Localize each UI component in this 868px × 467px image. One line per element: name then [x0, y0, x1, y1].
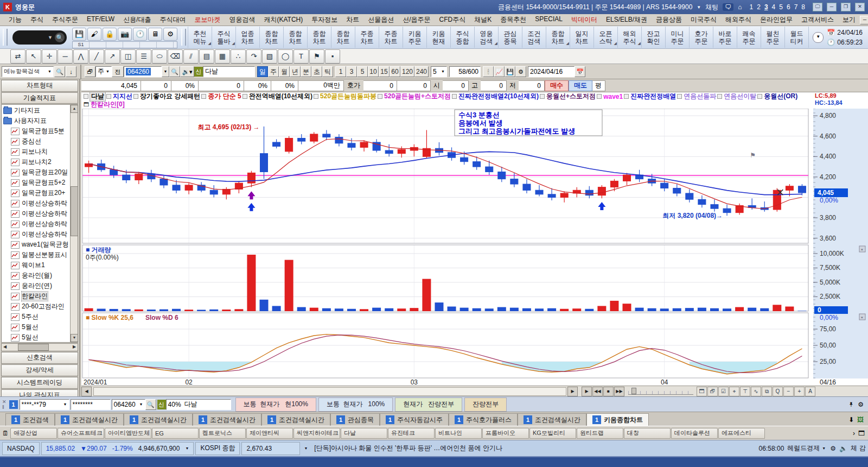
indicator-item-9[interactable]: 이평선상승하락 — [3, 219, 71, 229]
menu-item-ETF/ELW[interactable]: ETF/ELW — [82, 14, 119, 26]
toolbar-button-호가주문[interactable]: 호가주문 — [690, 27, 713, 48]
tree-scrollbar[interactable]: ▲ ▼ — [70, 105, 78, 342]
indicator-item-11[interactable]: wave1(일목균형 — [3, 239, 71, 250]
toolbar-grip[interactable] — [3, 29, 8, 46]
menu-item-주식대여[interactable]: 주식대여 — [155, 14, 190, 26]
toolbar-button-업종차트[interactable]: 업종차트 — [236, 27, 260, 48]
period-틱[interactable]: 틱 — [322, 66, 333, 77]
cond-tab-1[interactable]: 1조건검색실시간 — [55, 413, 124, 426]
indicator-item-5[interactable]: 일목균형표5+2 — [3, 178, 71, 188]
indicator-item-16[interactable]: 한칼라인 — [3, 291, 71, 301]
period-년[interactable]: 년 — [290, 66, 301, 77]
news-ticker[interactable]: [단독]아시아나 화물 인수전 '한투파 등판' …에어인천 품에 안기나 — [310, 444, 758, 453]
ellipse-tool[interactable]: ⬭ — [152, 49, 167, 64]
menu-item-투자정보[interactable]: 투자정보 — [307, 14, 342, 26]
compare-icon[interactable]: ⧉ — [762, 387, 772, 396]
toolbar-button-조건검색[interactable]: 조건검색 — [522, 27, 546, 48]
scroll-right-button[interactable]: ▶ — [567, 387, 578, 396]
menu-item-채널K[interactable]: 채널K — [470, 14, 496, 26]
pan-tool[interactable]: ⇄ — [10, 49, 25, 64]
scroll-left-button[interactable]: ◀ — [81, 387, 92, 396]
screen-number-1[interactable]: 1 — [750, 3, 754, 11]
stock-search-pill[interactable]: ▼ 🔍 — [12, 30, 67, 45]
order-stock-name[interactable]: 40%다날 — [166, 399, 231, 410]
index-dropdown-icon[interactable]: ▼ — [185, 446, 189, 450]
scroll-right-icon[interactable]: ▶ — [71, 344, 78, 350]
minimize-button[interactable]: ─ — [827, 3, 837, 11]
chip-연음선돌파[interactable]: 연음선돌파 — [677, 92, 716, 101]
minute-1[interactable]: 1 — [335, 66, 346, 77]
sidebar-button-강세/약세[interactable]: 강세/약세 — [1, 364, 78, 376]
cond-tab-9[interactable]: 1키움종합차트 — [586, 413, 649, 426]
download-icon[interactable]: ⬇ — [848, 416, 854, 424]
search-icon[interactable]: 🔍 — [55, 33, 65, 42]
toolbar-button-종합차트[interactable]: 종합차트 — [331, 27, 355, 48]
auto-scale-icon[interactable]: A — [805, 387, 815, 396]
scroll-down-icon[interactable]: ▼ — [71, 334, 78, 342]
tree-hscrollbar[interactable]: ◀ ▶ — [1, 343, 78, 351]
bar-count-input[interactable]: 58/600 — [449, 66, 481, 77]
chip-진짜완전정배열2(10선제외)[interactable]: 진짜완전정배열2(10선제외) — [452, 92, 539, 101]
quick-tab-6[interactable] — [157, 42, 174, 48]
chip-연음선이탈[interactable]: 연음선이탈 — [717, 92, 756, 101]
menu-item-온라인업무[interactable]: 온라인업무 — [756, 14, 797, 26]
stock-tab-에프에스티[interactable]: 에프에스티 — [718, 428, 765, 439]
candle-edit-tool[interactable]: ◫ — [120, 49, 136, 64]
toolbar-button-주식툴바[interactable]: 주식툴바◢ — [212, 27, 236, 48]
toolbar-button-일지차트[interactable]: 일지차트 — [570, 27, 594, 48]
pin-icon[interactable]: 🖈 — [848, 401, 854, 408]
jeon-button[interactable]: 전 — [112, 66, 124, 77]
settings-icon[interactable]: ⚙ — [858, 401, 864, 408]
tick-count-select[interactable]: 5▼ — [431, 66, 447, 77]
indicator-item-13[interactable]: 웨이브1 — [3, 260, 71, 270]
period-일[interactable]: 일 — [257, 66, 268, 77]
indicator-item-8[interactable]: 이평선상승하락 — [3, 209, 71, 219]
toolbar-button-주식종합[interactable]: 주식종합 — [451, 27, 475, 48]
menu-item-종목추천[interactable]: 종목추천 — [496, 14, 531, 26]
screen-number-7[interactable]: 7 — [794, 3, 798, 11]
minute-240[interactable]: 240 — [414, 66, 429, 77]
replay-button-1[interactable]: ◀◀ — [592, 387, 603, 396]
cond-tab-6[interactable]: 1주식자동감시주 — [380, 413, 449, 426]
indicator-item-0[interactable]: 일목균형표5분 — [3, 126, 71, 136]
chart-settings-icon[interactable]: ⚙ — [515, 66, 526, 77]
chip-웅월선+스토저점[interactable]: 웅월선+스토저점 — [540, 92, 596, 101]
period-월[interactable]: 월 — [279, 66, 290, 77]
toolbar-button-바로주문[interactable]: 바로주문 — [713, 27, 737, 48]
monitor-icon[interactable]: 🖵 — [813, 3, 822, 11]
circle-mark-tool[interactable]: ◯ — [278, 49, 293, 64]
line-add-icon[interactable]: 📈 — [494, 66, 505, 77]
menu-item-ELS/ELB/채권[interactable]: ELS/ELB/채권 — [602, 14, 652, 26]
chart-scroll-track[interactable] — [93, 387, 566, 396]
toolbar-button-잔고확인[interactable]: 잔고확인 — [642, 27, 666, 48]
cond-tab-0[interactable]: 1조건검색 — [5, 413, 55, 426]
minute-120[interactable]: 120 — [400, 66, 414, 77]
menu-item-주식[interactable]: 주식 — [26, 14, 48, 26]
pane-split-icon[interactable]: 🗗 — [707, 387, 718, 396]
chip-완전역배열(10선제외)[interactable]: 완전역배열(10선제외) — [242, 92, 312, 101]
toolbar-collapse-icon[interactable]: ▼ — [813, 32, 824, 43]
scroll-left-icon[interactable]: ◀ — [2, 344, 8, 350]
menu-item-캐치(KATCH)[interactable]: 캐치(KATCH) — [259, 14, 307, 26]
arrow-line-tool[interactable]: ↗ — [105, 49, 120, 64]
fib-zone-tool[interactable]: ▦ — [215, 49, 230, 64]
stock-tab-KG모빌리티[interactable]: KG모빌리티 — [529, 428, 576, 439]
minute-60[interactable]: 60 — [390, 66, 400, 77]
indicator-item-1[interactable]: 중심선 — [3, 136, 71, 147]
account-select[interactable]: ****-**79▼ — [20, 399, 69, 410]
toolbar-button-펼친주문[interactable]: 펼친주문 — [761, 27, 785, 48]
toolbar-button-종합차트[interactable]: 종합차트 — [260, 27, 284, 48]
chip-520골든눌림돌파봉[interactable]: 520골든눌림돌파봉 — [314, 92, 376, 101]
folder-기타지표[interactable]: 기타지표 — [3, 105, 71, 116]
stock-tab-프롬바이오[interactable]: 프롬바이오 — [482, 428, 529, 439]
menu-item-선물옵션[interactable]: 선물옵션 — [363, 14, 398, 26]
quick-tab-strip[interactable]: S1 — [72, 41, 177, 48]
order-code-search-icon[interactable]: 🔍 — [145, 399, 156, 410]
zoom-in-icon[interactable]: + — [794, 387, 805, 396]
chip-웅월선(OR)[interactable]: 웅월선(OR) — [757, 92, 797, 101]
news-source[interactable]: 헤럴드경제 — [787, 444, 820, 453]
min-max-icon[interactable]: ⊤ — [740, 387, 750, 396]
password-field[interactable]: ******** — [71, 399, 111, 410]
row-handle[interactable]: ✕‖ — [1, 399, 8, 410]
chip-종가 단순 5[interactable]: 종가 단순 5 — [201, 92, 241, 101]
